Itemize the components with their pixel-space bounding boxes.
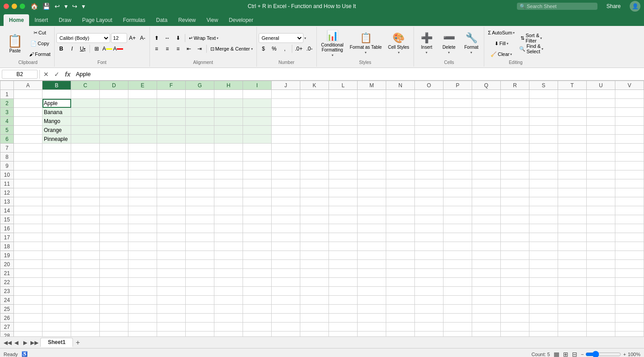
cell-P13[interactable] [444,197,472,206]
cell-A2[interactable] [14,99,43,108]
cell-N10[interactable] [386,170,415,179]
cell-P24[interactable] [444,296,472,305]
conditional-formatting-button[interactable]: 📊 ConditionalFormatting ▾ [319,30,346,57]
cell-K12[interactable] [300,188,329,197]
col-header-j[interactable]: J [272,81,300,90]
cell-U6[interactable] [587,135,615,144]
cell-C2[interactable] [71,99,100,108]
cell-S6[interactable] [529,135,558,144]
cell-V27[interactable] [615,323,644,332]
cell-H4[interactable] [214,117,243,126]
cell-K28[interactable] [300,332,329,337]
cell-S24[interactable] [529,296,558,305]
accessibility-icon[interactable]: ♿ [21,351,28,357]
find-select-button[interactable]: 🔍 Find &Select ▾ [517,44,545,54]
cell-I7[interactable] [243,144,272,153]
sheet-nav-next-button[interactable]: ▶ [21,340,29,346]
cell-I20[interactable] [243,260,272,269]
number-format-select[interactable]: General [259,33,303,43]
cell-E2[interactable] [128,99,157,108]
cell-D15[interactable] [100,215,128,224]
col-header-b[interactable]: B [43,81,71,90]
cell-T26[interactable] [558,314,587,323]
cell-N14[interactable] [386,206,415,215]
cell-T18[interactable] [558,242,587,251]
cell-C14[interactable] [71,206,100,215]
indent-increase-button[interactable]: ⇥ [195,44,205,54]
cell-C12[interactable] [71,188,100,197]
cell-M24[interactable] [358,296,386,305]
cell-C25[interactable] [71,305,100,314]
maximize-button[interactable] [20,4,25,9]
cell-P9[interactable] [444,162,472,170]
cell-H22[interactable] [214,278,243,287]
cell-G21[interactable] [186,269,214,278]
normal-view-icon[interactable]: ▦ [554,351,559,357]
cell-J23[interactable] [272,287,300,296]
cell-F27[interactable] [157,323,186,332]
cell-B8[interactable] [43,153,71,162]
formula-confirm-icon[interactable]: ✓ [52,70,61,79]
cell-J13[interactable] [272,197,300,206]
cell-O18[interactable] [415,242,444,251]
cell-M28[interactable] [358,332,386,337]
cell-Q16[interactable] [472,224,501,233]
cell-D28[interactable] [100,332,128,337]
cell-J5[interactable] [272,126,300,135]
cell-K17[interactable] [300,233,329,242]
cell-U15[interactable] [587,215,615,224]
cell-I15[interactable] [243,215,272,224]
cell-B19[interactable] [43,251,71,260]
cell-P20[interactable] [444,260,472,269]
cell-U26[interactable] [587,314,615,323]
cell-P15[interactable] [444,215,472,224]
cell-I1[interactable] [243,90,272,99]
cell-K26[interactable] [300,314,329,323]
col-header-p[interactable]: P [444,81,472,90]
cell-B27[interactable] [43,323,71,332]
cell-L16[interactable] [329,224,358,233]
cell-V3[interactable] [615,108,644,117]
cell-B5[interactable]: Orange [43,126,71,135]
cell-U27[interactable] [587,323,615,332]
cell-H26[interactable] [214,314,243,323]
tab-home[interactable]: Home [4,14,29,26]
cell-T19[interactable] [558,251,587,260]
cell-E23[interactable] [128,287,157,296]
cell-I8[interactable] [243,153,272,162]
save-icon[interactable]: 💾 [41,2,52,11]
cell-H9[interactable] [214,162,243,170]
sheet-nav-left-button[interactable]: ◀◀ [4,340,11,346]
cell-M17[interactable] [358,233,386,242]
cell-D11[interactable] [100,179,128,188]
cell-A23[interactable] [14,287,43,296]
cell-M12[interactable] [358,188,386,197]
cell-N13[interactable] [386,197,415,206]
cell-D8[interactable] [100,153,128,162]
cell-J28[interactable] [272,332,300,337]
cell-G16[interactable] [186,224,214,233]
cell-H23[interactable] [214,287,243,296]
cell-G19[interactable] [186,251,214,260]
cell-C15[interactable] [71,215,100,224]
cell-V8[interactable] [615,153,644,162]
cell-R2[interactable] [501,99,529,108]
cell-V5[interactable] [615,126,644,135]
cell-T11[interactable] [558,179,587,188]
cell-P2[interactable] [444,99,472,108]
cell-B20[interactable] [43,260,71,269]
cell-S26[interactable] [529,314,558,323]
col-header-o[interactable]: O [415,81,444,90]
cell-H14[interactable] [214,206,243,215]
cell-E20[interactable] [128,260,157,269]
cell-F11[interactable] [157,179,186,188]
cell-G5[interactable] [186,126,214,135]
col-header-d[interactable]: D [100,81,128,90]
cell-U23[interactable] [587,287,615,296]
cell-J19[interactable] [272,251,300,260]
cell-T27[interactable] [558,323,587,332]
cell-S15[interactable] [529,215,558,224]
cell-L7[interactable] [329,144,358,153]
cell-A9[interactable] [14,162,43,170]
minimize-button[interactable] [12,4,17,9]
